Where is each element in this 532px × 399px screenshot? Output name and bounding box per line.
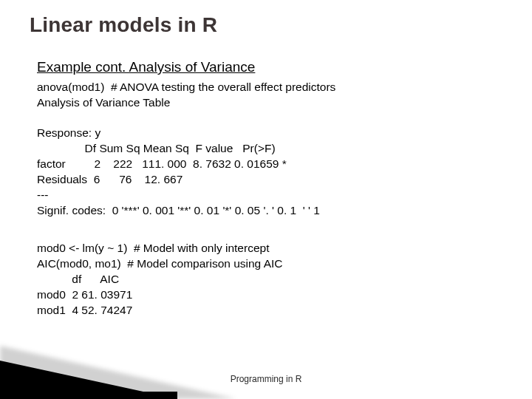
slide-subtitle: Example cont. Analysis of Variance [37, 59, 255, 75]
code-block-anova-call: anova(mod1) # ANOVA testing the overall … [37, 80, 335, 111]
decorative-wedge [0, 361, 177, 399]
code-block-aic-comparison: mod0 <- lm(y ~ 1) # Model with only inte… [37, 241, 283, 318]
output-block-anova-table: Response: y Df Sum Sq Mean Sq F value Pr… [37, 126, 320, 219]
slide-title: Linear models in R [30, 13, 217, 37]
slide: Linear models in R Example cont. Analysi… [0, 0, 532, 399]
